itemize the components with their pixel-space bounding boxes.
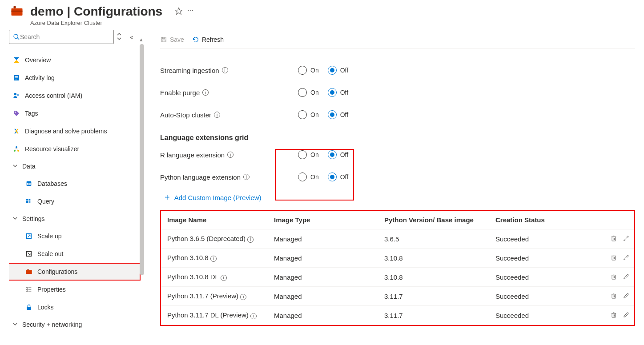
chevron-down-icon — [12, 163, 19, 170]
svg-rect-43 — [612, 256, 616, 260]
resource-icon — [9, 4, 25, 18]
py-on-radio[interactable]: On — [298, 172, 319, 181]
svg-point-32 — [27, 291, 28, 292]
expand-collapse-icon[interactable] — [117, 32, 122, 42]
plus-icon: + — [165, 193, 170, 203]
info-icon[interactable]: i — [221, 275, 227, 281]
info-icon[interactable]: i — [202, 89, 209, 96]
sidebar-group-security[interactable]: Security + networking — [9, 316, 141, 333]
info-icon[interactable]: i — [222, 67, 228, 73]
sidebar-item-activity-log[interactable]: Activity log — [9, 69, 141, 87]
collapse-sidebar-icon[interactable]: « — [130, 33, 133, 40]
sidebar-group-label: Settings — [22, 215, 45, 222]
add-custom-image-button[interactable]: + Add Custom Image (Preview) — [165, 193, 262, 203]
svg-rect-1 — [14, 6, 16, 8]
info-icon[interactable]: i — [210, 256, 217, 262]
delete-icon[interactable] — [610, 273, 618, 281]
py-extension-label: Python language extension i — [160, 173, 298, 181]
sidebar-item-overview[interactable]: Overview — [9, 51, 141, 69]
svg-point-15 — [17, 150, 19, 152]
lang-extensions-title: Language extensions grid — [160, 134, 635, 142]
purge-off-radio[interactable]: Off — [328, 88, 348, 97]
sidebar-item-label: Configurations — [37, 268, 77, 275]
edit-icon[interactable] — [623, 273, 631, 281]
info-icon[interactable]: i — [243, 174, 250, 180]
chevron-down-icon — [12, 321, 19, 328]
sidebar-item-scale-out[interactable]: Scale out — [9, 245, 141, 263]
svg-rect-23 — [28, 201, 30, 203]
svg-text:DB: DB — [27, 183, 31, 185]
autostop-off-radio[interactable]: Off — [328, 110, 348, 119]
sidebar-item-properties[interactable]: Properties — [9, 281, 141, 298]
query-icon — [25, 197, 33, 205]
info-icon[interactable]: i — [227, 152, 233, 158]
edit-icon[interactable] — [623, 311, 631, 319]
refresh-icon — [192, 36, 199, 43]
info-icon[interactable]: i — [214, 112, 220, 118]
purge-on-radio[interactable]: On — [298, 88, 319, 97]
scale-up-icon — [25, 232, 33, 240]
sidebar-group-settings[interactable]: Settings — [9, 210, 141, 227]
sidebar-item-tags[interactable]: Tags — [9, 104, 141, 122]
chevron-down-icon — [12, 215, 19, 222]
svg-rect-53 — [612, 294, 616, 298]
auto-stop-label: Auto-Stop cluster i — [160, 111, 298, 119]
streaming-off-radio[interactable]: Off — [328, 66, 348, 75]
sidebar-item-resource-visualizer[interactable]: Resource visualizer — [9, 140, 141, 158]
svg-rect-22 — [26, 201, 28, 203]
cell-py-version: 3.11.7 — [381, 287, 492, 306]
info-icon[interactable]: i — [250, 313, 257, 319]
svg-rect-38 — [612, 237, 616, 241]
page-subtitle: Azure Data Explorer Cluster — [30, 20, 162, 26]
svg-rect-2 — [12, 11, 23, 12]
cell-image-name: Python 3.10.8 — [167, 254, 209, 261]
sidebar-group-data[interactable]: Data — [9, 158, 141, 175]
svg-point-28 — [27, 287, 28, 289]
edit-icon[interactable] — [623, 254, 631, 262]
cell-status: Succeeded — [492, 306, 594, 325]
svg-point-13 — [16, 146, 17, 148]
cell-image-type: Managed — [270, 306, 381, 325]
svg-rect-7 — [15, 76, 18, 77]
sidebar-item-diagnose[interactable]: Diagnose and solve problems — [9, 122, 141, 140]
delete-icon[interactable] — [610, 254, 618, 262]
info-icon[interactable]: i — [240, 294, 246, 300]
refresh-button[interactable]: Refresh — [192, 36, 224, 43]
info-icon[interactable]: i — [247, 237, 254, 243]
sidebar-item-configurations[interactable]: Configurations — [9, 263, 141, 281]
r-on-radio[interactable]: On — [298, 150, 319, 159]
cell-status: Succeeded — [492, 249, 594, 268]
delete-icon[interactable] — [610, 292, 618, 300]
r-off-radio[interactable]: Off — [328, 150, 348, 159]
delete-icon[interactable] — [610, 235, 618, 243]
sidebar-item-label: Properties — [37, 286, 66, 293]
delete-icon[interactable] — [610, 311, 618, 319]
sidebar-item-query[interactable]: Query — [9, 193, 141, 210]
scale-out-icon — [25, 250, 33, 258]
svg-point-30 — [27, 289, 28, 290]
sidebar-item-locks[interactable]: Locks — [9, 298, 141, 316]
py-off-radio[interactable]: Off — [328, 172, 348, 181]
favorite-icon[interactable] — [175, 7, 183, 16]
cell-status: Succeeded — [492, 229, 594, 249]
sidebar-item-databases[interactable]: DB Databases — [9, 175, 141, 193]
svg-line-16 — [15, 148, 16, 150]
svg-point-14 — [14, 150, 16, 152]
search-input[interactable] — [9, 30, 114, 44]
edit-icon[interactable] — [623, 235, 631, 243]
svg-rect-58 — [612, 313, 616, 317]
svg-rect-48 — [612, 275, 616, 279]
sidebar-item-label: Overview — [25, 56, 51, 64]
more-icon[interactable]: ⋯ — [187, 7, 193, 16]
sidebar-item-label: Access control (IAM) — [25, 92, 82, 99]
sidebar-item-access-control[interactable]: Access control (IAM) — [9, 87, 141, 104]
edit-icon[interactable] — [623, 292, 631, 300]
autostop-on-radio[interactable]: On — [298, 110, 319, 119]
streaming-on-radio[interactable]: On — [298, 66, 319, 75]
cell-status: Succeeded — [492, 287, 594, 306]
cell-image-type: Managed — [270, 249, 381, 268]
sidebar-item-scale-up[interactable]: Scale up — [9, 227, 141, 245]
page-title: demo | Configurations — [30, 4, 162, 19]
cell-image-type: Managed — [270, 229, 381, 249]
th-image-type: Image Type — [270, 211, 381, 229]
